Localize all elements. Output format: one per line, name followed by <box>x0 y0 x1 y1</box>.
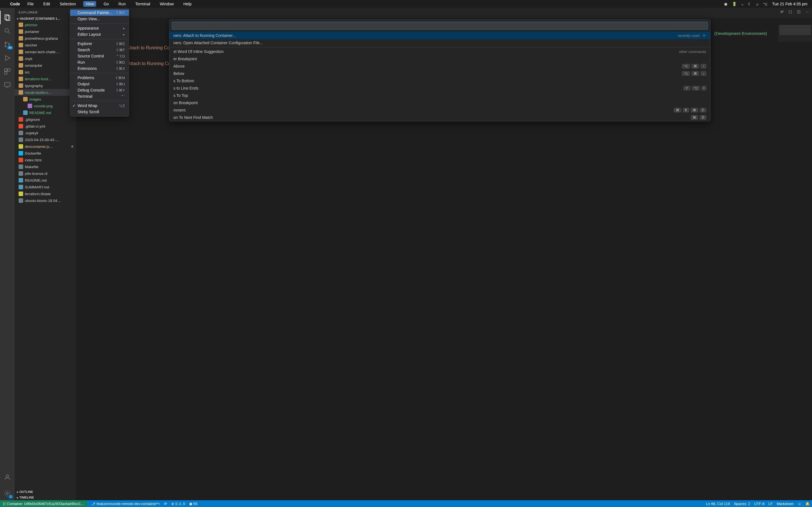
folder-item[interactable]: visual-studio-c… <box>15 89 76 96</box>
folder-item[interactable]: snyk <box>15 55 76 62</box>
palette-item[interactable]: on To Next Find Match⌘D <box>169 114 710 121</box>
palette-item[interactable]: er Breakpoint <box>169 55 710 62</box>
camera-icon[interactable]: ◉ <box>724 2 727 6</box>
view-menu-item[interactable]: Extensions⇧⌘X <box>70 65 129 71</box>
folder-item[interactable]: rancher <box>15 42 76 48</box>
run-debug-icon[interactable] <box>0 51 15 65</box>
file-item[interactable]: vscode.pngU <box>15 103 76 109</box>
battery-icon[interactable]: 🔋 <box>732 2 737 6</box>
menu-file[interactable]: File <box>25 1 36 7</box>
palette-item[interactable]: mment⌘K⌘C <box>169 107 710 114</box>
folder-item[interactable]: portainer <box>15 28 76 35</box>
search-icon[interactable] <box>0 24 15 38</box>
menu-view[interactable]: View <box>83 1 96 7</box>
cursor-position[interactable]: Ln 68, Col 119 <box>706 502 730 506</box>
remote-indicator[interactable]: ⟩⟨ Container 14f9d3c06467cf1a2933acfad45… <box>0 500 87 507</box>
folder-item[interactable]: terraform-fund… <box>15 75 76 82</box>
folder-item[interactable]: src <box>15 69 76 75</box>
file-item[interactable]: ubuntu-bionic-18.04… <box>15 197 76 204</box>
view-menu-item[interactable]: Open View... <box>70 16 129 22</box>
folder-item[interactable]: prometheus-grafana <box>15 35 76 42</box>
view-menu-item[interactable]: Explorer⇧⌘E <box>70 41 129 47</box>
language-mode[interactable]: Markdown <box>777 502 794 506</box>
eol[interactable]: LF <box>769 502 773 506</box>
folder-item[interactable]: pktvisor <box>15 21 76 28</box>
branch-indicator[interactable]: ⎇ feature/vscode-remote-dev-container*+ <box>91 502 160 506</box>
view-menu-item[interactable]: Sticky Scroll <box>70 109 129 115</box>
menu-help[interactable]: Help <box>181 1 194 7</box>
view-menu-item[interactable]: Problems⇧⌘M <box>70 75 129 81</box>
settings-gear-icon[interactable]: 1 <box>0 487 15 500</box>
menu-selection[interactable]: Selection <box>57 1 79 7</box>
palette-item[interactable]: s To Bottom <box>169 77 710 84</box>
file-item[interactable]: devcontainer.js…A <box>15 143 76 150</box>
minimap[interactable] <box>778 25 812 81</box>
file-item[interactable]: Makefile <box>15 163 76 170</box>
folder-item[interactable]: sonarqube <box>15 62 76 69</box>
indentation[interactable]: Spaces: 2 <box>734 502 750 506</box>
menu-window[interactable]: Window <box>158 1 176 7</box>
file-item[interactable]: README.mdU <box>15 109 76 116</box>
wifi-icon[interactable]: ⌵ <box>741 2 744 6</box>
file-item[interactable]: SUMMARY.md <box>15 184 76 190</box>
folder-item[interactable]: images <box>15 96 76 103</box>
palette-item[interactable]: ners: Attach to Running Container...rece… <box>169 32 710 39</box>
file-item[interactable]: 2020-04-15-00-43-… <box>15 136 76 143</box>
menu-edit[interactable]: Edit <box>41 1 52 7</box>
view-menu-item[interactable]: Terminal⌃` <box>70 93 129 100</box>
palette-item[interactable]: s To Top <box>169 92 710 99</box>
file-item[interactable]: Dockerfile <box>15 150 76 157</box>
view-menu-item[interactable]: Run⇧⌘D <box>70 59 129 65</box>
app-name[interactable]: Code <box>10 2 20 6</box>
more-icon[interactable]: ··· <box>806 10 809 14</box>
folder-item[interactable]: typography <box>15 82 76 89</box>
view-menu-item[interactable]: Source Control⌃⇧G <box>70 53 129 59</box>
compare-icon[interactable]: ⇄ <box>780 10 783 14</box>
problems-indicator[interactable]: ⊘ 0 ⚠ 0 <box>171 502 185 506</box>
view-menu-item[interactable]: Search⇧⌘F <box>70 47 129 53</box>
file-item[interactable]: .gitlab-ci.yml <box>15 123 76 129</box>
clock[interactable]: Tue 21 Feb 4:35 pm <box>772 2 808 6</box>
menu-terminal[interactable]: Terminal <box>133 1 153 7</box>
moon-icon[interactable]: ☾ <box>748 2 752 6</box>
view-menu-item[interactable]: Output⇧⌘U <box>70 81 129 87</box>
sync-indicator[interactable]: ⟳ <box>164 502 167 506</box>
source-control-icon[interactable]: 49 <box>0 38 15 51</box>
view-menu-item[interactable]: ✓Word Wrap⌥Z <box>70 103 129 109</box>
timeline-section[interactable]: ▸ TIMELINE <box>15 495 76 500</box>
file-item[interactable]: .gitignore <box>15 116 76 123</box>
outline-section[interactable]: ▸ OUTLINE <box>15 489 76 495</box>
ports-indicator[interactable]: ◉ 55 <box>189 502 197 506</box>
file-item[interactable]: .nojekyll <box>15 129 76 136</box>
file-item[interactable]: terraform.tfstate <box>15 190 76 197</box>
remote-explorer-icon[interactable] <box>0 78 15 92</box>
view-menu-item[interactable]: Debug Console⇧⌘Y <box>70 87 129 93</box>
palette-item[interactable]: Below⌥⌘↓ <box>169 70 710 77</box>
view-menu-item[interactable]: Appearance▸ <box>70 25 129 31</box>
workspace-title[interactable]: ▾ VAGRANT [CONTAINER 1… <box>15 16 76 21</box>
palette-item[interactable]: s to Line Ends⇧⌥I <box>169 84 710 92</box>
menu-go[interactable]: Go <box>101 1 111 7</box>
bell-icon[interactable]: 🔔 <box>805 502 810 506</box>
palette-item[interactable]: Above⌥⌘↑ <box>169 62 710 70</box>
extensions-icon[interactable] <box>0 65 15 78</box>
palette-item[interactable]: xt Word Of Inline Suggestionother comman… <box>169 48 710 55</box>
file-item[interactable]: ptfe-license.rli <box>15 170 76 177</box>
file-item[interactable]: README.md <box>15 177 76 184</box>
control-center-icon[interactable]: ⌥ <box>763 2 767 6</box>
view-menu-item[interactable]: Command Palette...⇧⌘P <box>70 10 129 16</box>
folder-item[interactable]: servian-tech-challe… <box>15 48 76 55</box>
encoding[interactable]: UTF-8 <box>754 502 765 506</box>
accounts-icon[interactable] <box>0 470 15 484</box>
feedback-icon[interactable]: ☺ <box>798 502 801 506</box>
file-item[interactable]: index.html <box>15 157 76 163</box>
palette-item[interactable]: ners: Open Attached Container Configurat… <box>169 39 710 47</box>
command-palette-input[interactable] <box>172 22 708 30</box>
view-menu-item[interactable]: Editor Layout▸ <box>70 31 129 38</box>
split-icon[interactable]: ◫ <box>797 10 801 14</box>
menu-run[interactable]: Run <box>116 1 128 7</box>
search-icon[interactable]: ⌕ <box>756 2 758 6</box>
preview-icon[interactable]: ▢ <box>789 10 792 14</box>
palette-item[interactable]: on Breakpoint <box>169 99 710 107</box>
explorer-icon[interactable] <box>0 11 15 24</box>
